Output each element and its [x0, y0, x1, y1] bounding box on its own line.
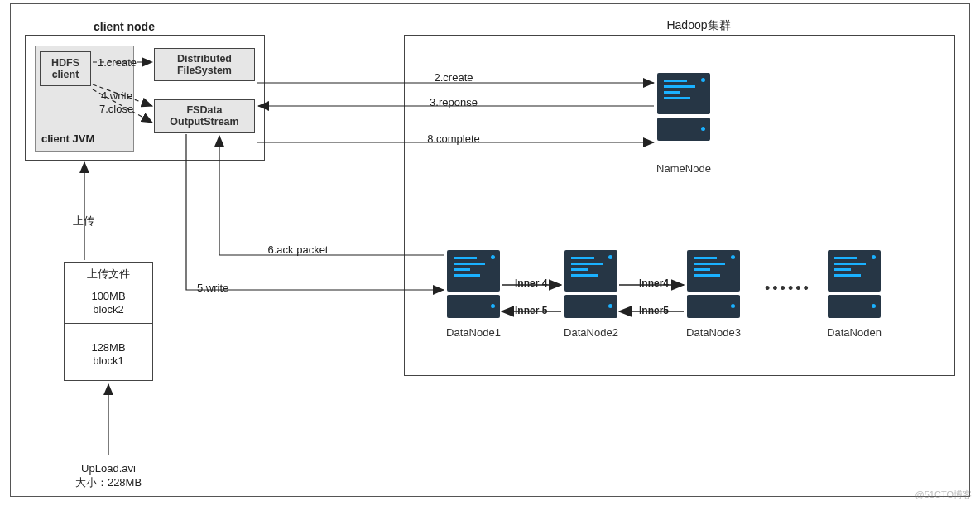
- edge-2-create: 2.create: [435, 71, 473, 84]
- edge-1-create: 1.create: [98, 56, 137, 69]
- watermark: @51CTO博客: [915, 489, 972, 501]
- upload-file-title: 上传文件: [87, 267, 130, 282]
- distributed-fs-box: Distributed FileSystem: [154, 48, 255, 81]
- hdfs-client-box: HDFS client: [40, 51, 91, 86]
- namenode-label: NameNode: [656, 162, 711, 175]
- edge-inner4a: Inner 4: [515, 277, 547, 289]
- block1-size: 128MB: [91, 341, 125, 354]
- block2-name: block2: [93, 303, 124, 316]
- edge-inner4b: Inner4: [639, 277, 669, 289]
- edge-inner5b: Inner5: [639, 305, 669, 316]
- datanoden-server-icon: [828, 250, 881, 318]
- edge-3-reponse: 3.reponse: [430, 96, 478, 108]
- upload-file-name: UpLoad.avi: [81, 462, 136, 475]
- hadoop-title: Hadoop集群: [666, 18, 730, 33]
- client-jvm-label: client JVM: [41, 133, 94, 145]
- client-node-title: client node: [94, 20, 155, 33]
- datanode1-server-icon: [447, 250, 500, 318]
- ellipsis: ••••••: [765, 280, 811, 297]
- edge-4-write: 4.write: [101, 89, 132, 102]
- namenode-server-icon: [657, 73, 710, 141]
- datanode2-server-icon: [564, 250, 617, 318]
- datanode2-label: DataNode2: [564, 326, 618, 339]
- datanoden-label: DataNoden: [827, 326, 882, 339]
- edge-8-complete: 8.complete: [427, 133, 480, 145]
- block-divider: [64, 323, 153, 324]
- edge-7-close: 7.close: [99, 103, 133, 115]
- datanode3-label: DataNode3: [686, 326, 741, 339]
- fsdata-out-box: FSData OutputStream: [154, 99, 255, 133]
- edge-inner5a: Inner 5: [515, 305, 547, 316]
- edge-6-ack: 6.ack packet: [268, 243, 329, 256]
- edge-5-write: 5.write: [197, 282, 228, 294]
- datanode1-label: DataNode1: [446, 326, 501, 339]
- block2-size: 100MB: [91, 290, 125, 302]
- upload-edge-label: 上传: [73, 214, 94, 229]
- datanode3-server-icon: [687, 250, 740, 318]
- upload-file-size: 大小：228MB: [75, 475, 142, 490]
- block1-name: block1: [93, 354, 124, 367]
